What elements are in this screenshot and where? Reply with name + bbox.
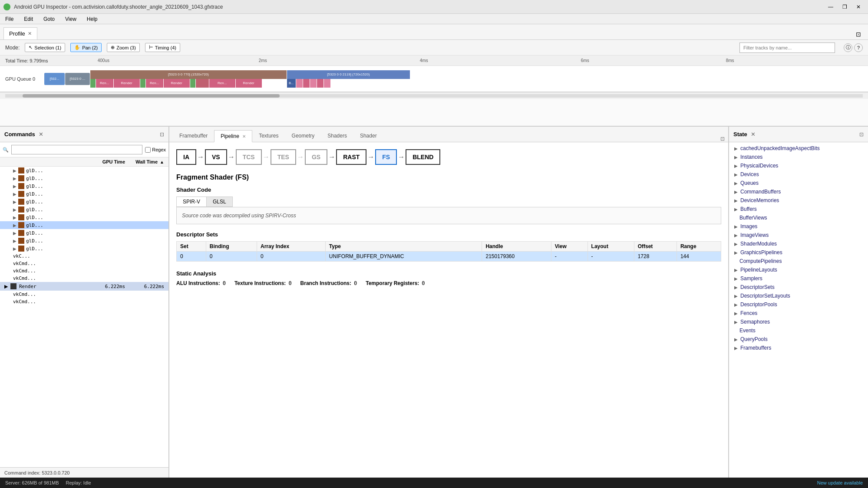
pipeline-node-blend[interactable]: BLEND: [406, 149, 440, 165]
render-sub-7[interactable]: [196, 79, 209, 88]
glsl-tab[interactable]: GLSL: [207, 197, 232, 206]
list-item[interactable]: ▶ glD...: [0, 213, 168, 221]
list-item[interactable]: ▶ glD...: [0, 190, 168, 198]
commands-maximize-icon[interactable]: ⊡: [160, 131, 164, 138]
state-item-buffers[interactable]: ▶ Buffers: [729, 205, 868, 213]
tab-shaders[interactable]: Shaders: [321, 130, 353, 142]
pipeline-node-tes[interactable]: TES: [271, 149, 296, 165]
menu-goto[interactable]: Goto: [40, 15, 58, 23]
tab-textures[interactable]: Textures: [252, 130, 285, 142]
state-item-images[interactable]: ▶ Images: [729, 222, 868, 231]
timing-mode-btn[interactable]: ⊢ Timing (4): [145, 43, 180, 52]
list-item[interactable]: ▶ glD...: [0, 167, 168, 174]
track-sub-r2[interactable]: [310, 79, 317, 88]
state-item-fences[interactable]: ▶ Fences: [729, 309, 868, 318]
state-item-framebuffers[interactable]: ▶ Framebuffers: [729, 344, 868, 352]
minimize-button[interactable]: —: [825, 3, 837, 11]
descriptor-row[interactable]: 0 0 0 UNIFORM_BUFFER_DYNAMIC 2150179360 …: [177, 252, 721, 262]
pipeline-node-gs[interactable]: GS: [305, 149, 327, 165]
pan-mode-btn[interactable]: ✋ Pan (2): [70, 43, 102, 52]
pipeline-node-tcs[interactable]: TCS: [236, 149, 262, 165]
zoom-mode-btn[interactable]: ⊕ Zoom (3): [107, 43, 140, 52]
state-item-commandbuffers[interactable]: ▶ CommandBuffers: [729, 187, 868, 196]
state-maximize-icon[interactable]: ⊡: [859, 131, 864, 138]
list-item-vk[interactable]: vkC...: [0, 252, 168, 260]
info-icon[interactable]: ⓘ: [844, 43, 852, 52]
help-icon[interactable]: ?: [854, 43, 863, 52]
state-item-devices[interactable]: ▶ Devices: [729, 170, 868, 179]
render-sub-0[interactable]: [90, 79, 96, 88]
list-item-vk[interactable]: vkCmd...: [0, 275, 168, 282]
state-item-cachedUnpacked[interactable]: ▶ cachedUnpackedImageAspectBits: [729, 144, 868, 153]
commands-close[interactable]: ✕: [39, 131, 43, 138]
track-sub-r4[interactable]: [324, 79, 330, 88]
track-sub-r0[interactable]: [296, 79, 303, 88]
tab-framebuffer[interactable]: Framebuffer: [173, 130, 214, 142]
track-block-main[interactable]: [5323 0 0 770] (1520x720): [90, 70, 287, 79]
state-item-queues[interactable]: ▶ Queues: [729, 179, 868, 187]
state-item-shadermodules[interactable]: ▶ ShaderModules: [729, 239, 868, 248]
render-sub-6[interactable]: [190, 79, 195, 88]
timeline-scroll[interactable]: [0, 92, 868, 99]
state-item-descriptorsets[interactable]: ▶ DescriptorSets: [729, 283, 868, 291]
state-item-imageviews[interactable]: ▶ ImageViews: [729, 231, 868, 239]
list-item[interactable]: ▶ glD...: [0, 245, 168, 252]
list-item[interactable]: ▶ glD...: [0, 237, 168, 245]
filter-input[interactable]: [739, 43, 835, 53]
state-item-querypools[interactable]: ▶ QueryPools: [729, 335, 868, 344]
render-sub-3[interactable]: [140, 79, 145, 88]
state-item-physicaldevices[interactable]: ▶ PhysicalDevices: [729, 161, 868, 170]
maximize-button[interactable]: ❐: [838, 3, 851, 11]
state-item-events[interactable]: Events: [729, 326, 868, 335]
render-sub-8[interactable]: Ren...: [209, 79, 235, 88]
pipeline-node-vs[interactable]: VS: [205, 149, 227, 165]
state-item-descriptorsetlayouts[interactable]: ▶ DescriptorSetLayouts: [729, 291, 868, 300]
maximize-profile-icon[interactable]: ⊡: [852, 29, 865, 39]
list-item[interactable]: ▶ glD...: [0, 229, 168, 237]
track-block-1[interactable]: [5323 0 ...: [65, 73, 90, 85]
list-item-vk[interactable]: vkCmd...: [0, 291, 168, 298]
close-button[interactable]: ✕: [852, 3, 865, 11]
list-item[interactable]: ▶ glD...: [0, 198, 168, 206]
menu-file[interactable]: File: [2, 15, 17, 23]
selection-mode-btn[interactable]: ↖ Selection (1): [25, 43, 65, 52]
col-gpu-header[interactable]: GPU Time: [86, 159, 125, 164]
render-sub-9[interactable]: Render: [236, 79, 262, 88]
track-block-0[interactable]: [532...: [44, 73, 65, 85]
profile-tab[interactable]: Profile ✕: [3, 27, 37, 39]
tab-shader[interactable]: Shader: [353, 130, 383, 142]
state-item-samplers[interactable]: ▶ Samplers: [729, 274, 868, 283]
state-item-graphicspipelines[interactable]: ▶ GraphicsPipelines: [729, 248, 868, 257]
menu-edit[interactable]: Edit: [20, 15, 36, 23]
tab-pipeline[interactable]: Pipeline ✕: [214, 130, 252, 142]
pipeline-node-rast[interactable]: RAST: [336, 149, 366, 165]
state-item-pipelinelayouts[interactable]: ▶ PipelineLayouts: [729, 265, 868, 274]
render-sub-2[interactable]: Render: [114, 79, 140, 88]
state-item-bufferviews[interactable]: BufferViews: [729, 213, 868, 222]
state-item-computepipelines[interactable]: ComputePipelines: [729, 257, 868, 265]
tab-geometry[interactable]: Geometry: [285, 130, 321, 142]
state-close[interactable]: ✕: [751, 131, 756, 138]
state-item-descriptorpools[interactable]: ▶ DescriptorPools: [729, 300, 868, 309]
list-item[interactable]: ▶ glD...: [0, 182, 168, 190]
track-sub-r3[interactable]: [317, 79, 323, 88]
pipeline-expand-icon[interactable]: ⊡: [720, 136, 725, 142]
commands-search-input[interactable]: [11, 145, 142, 154]
state-item-instances[interactable]: ▶ Instances: [729, 153, 868, 161]
menu-help[interactable]: Help: [83, 15, 101, 23]
list-item-vk[interactable]: vkCmd...: [0, 260, 168, 267]
state-item-devicememories[interactable]: ▶ DeviceMemories: [729, 196, 868, 205]
update-link[interactable]: New update available: [817, 480, 863, 485]
track-sub-b[interactable]: B...: [287, 79, 296, 88]
state-item-semaphores[interactable]: ▶ Semaphores: [729, 318, 868, 326]
profile-tab-close[interactable]: ✕: [28, 31, 32, 36]
pipeline-node-ia[interactable]: IA: [176, 149, 196, 165]
render-sub-1[interactable]: Ren...: [96, 79, 113, 88]
menu-view[interactable]: View: [62, 15, 80, 23]
list-item[interactable]: ▶ glD...: [0, 174, 168, 182]
list-item-vk[interactable]: vkCmd...: [0, 267, 168, 275]
render-sub-5[interactable]: Render: [164, 79, 190, 88]
regex-label[interactable]: Regex: [145, 147, 166, 153]
track-block-2[interactable]: [5323 0 0 2119] (720x1520): [287, 70, 410, 79]
col-wall-header[interactable]: Wall Time ▲: [125, 159, 164, 164]
